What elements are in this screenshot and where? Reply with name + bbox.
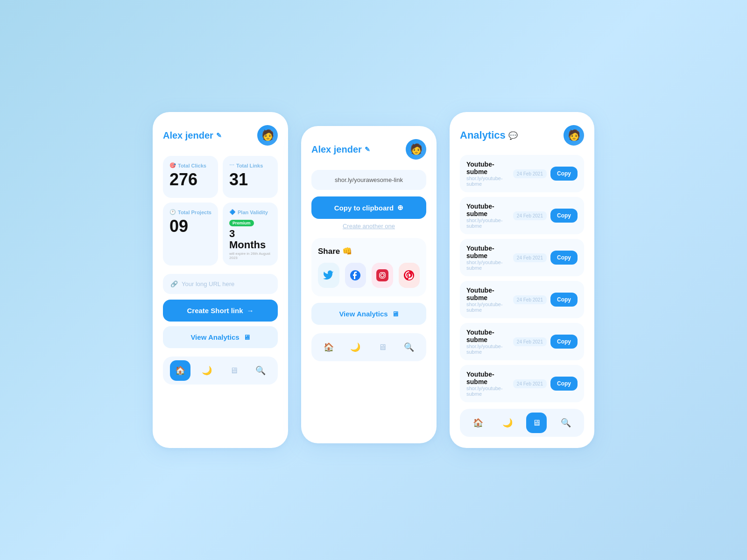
link-date-4: 24 Feb 2021 (513, 337, 547, 346)
share-facebook-button[interactable] (345, 263, 366, 288)
nav-search-card3[interactable]: 🔍 (556, 413, 576, 433)
total-links-label: ⋯ Total Links (229, 162, 271, 168)
total-projects-label: 🕐 Total Projects (169, 209, 211, 215)
analytics-title-text: Analytics (460, 129, 506, 141)
view-analytics-button-card2[interactable]: View Analytics 🖥 (311, 303, 426, 325)
share-twitter-button[interactable] (318, 263, 339, 288)
link-info-4: Youtube-subme shor.ly/youtube-subme (466, 329, 513, 355)
link-row: Youtube-subme shor.ly/youtube-subme 24 F… (460, 281, 584, 318)
analytics-btn-label-card2: View Analytics (339, 310, 388, 318)
link-date-2: 24 Feb 2021 (513, 253, 547, 262)
link-row: Youtube-subme shor.ly/youtube-subme 24 F… (460, 197, 584, 234)
nav-search-card1[interactable]: 🔍 (250, 360, 271, 381)
total-links-box: ⋯ Total Links 31 (223, 156, 278, 198)
create-another-link[interactable]: Create another one (311, 223, 426, 230)
total-clicks-box: 🎯 Total Clicks 276 (163, 156, 218, 198)
link-info-1: Youtube-subme shor.ly/youtube-subme (466, 203, 513, 229)
card1-avatar: 🧑 (257, 125, 278, 146)
copy-btn-label: Copy to clipboard (334, 204, 394, 212)
copy-to-clipboard-button[interactable]: Copy to clipboard ⊕ (311, 196, 426, 219)
nav-home-card1[interactable]: 🏠 (170, 360, 190, 381)
view-analytics-button-card1[interactable]: View Analytics 🖥 (163, 326, 278, 348)
card-share: Alex jender ✎ 🧑 shor.ly/yourawesome-link… (301, 126, 437, 443)
arrow-icon: → (247, 307, 254, 315)
link-info-5: Youtube-subme shor.ly/youtube-subme (466, 371, 513, 397)
analytics-links-list: Youtube-subme shor.ly/youtube-subme 24 F… (460, 155, 584, 402)
card1-title: Alex jender ✎ (163, 130, 222, 141)
link-name-0: Youtube-subme (466, 161, 513, 175)
share-pinterest-button[interactable] (399, 263, 420, 288)
card1-header: Alex jender ✎ 🧑 (163, 125, 278, 146)
card1-username: Alex jender (163, 130, 213, 141)
projects-icon: 🕐 (169, 209, 176, 215)
create-short-link-button[interactable]: Create Short link → (163, 300, 278, 322)
monitor-icon: 🖥 (243, 333, 250, 341)
nav-dark-card2[interactable]: 🌙 (345, 337, 366, 357)
total-clicks-label: 🎯 Total Clicks (169, 162, 211, 168)
nav-analytics-card1[interactable]: 🖥 (224, 360, 244, 381)
edit-icon[interactable]: ✎ (216, 132, 222, 139)
nav-analytics-card2[interactable]: 🖥 (372, 337, 393, 357)
share-title: Share 👊 (318, 246, 420, 256)
total-projects-box: 🕐 Total Projects 09 (163, 203, 218, 266)
link-row: Youtube-subme shor.ly/youtube-subme 24 F… (460, 239, 584, 276)
nav-dark-card1[interactable]: 🌙 (197, 360, 217, 381)
total-links-value: 31 (229, 171, 271, 188)
link-name-4: Youtube-subme (466, 329, 513, 343)
copy-button-2[interactable]: Copy (550, 251, 578, 265)
link-row: Youtube-subme shor.ly/youtube-subme 24 F… (460, 365, 584, 402)
monitor-icon-card2: 🖥 (392, 310, 399, 318)
analytics-icon: 💬 (508, 131, 518, 140)
edit-icon-card2[interactable]: ✎ (365, 146, 370, 153)
link-info-3: Youtube-subme shor.ly/youtube-subme (466, 287, 513, 313)
link-url-1: shor.ly/youtube-subme (466, 217, 513, 229)
copy-icon: ⊕ (397, 203, 403, 212)
stats-grid: 🎯 Total Clicks 276 ⋯ Total Links 31 🕐 To… (163, 156, 278, 266)
card-dashboard: Alex jender ✎ 🧑 🎯 Total Clicks 276 ⋯ Tot… (153, 112, 288, 448)
nav-home-card3[interactable]: 🏠 (468, 413, 488, 433)
plan-icon: 🔷 (229, 209, 236, 215)
copy-button-0[interactable]: Copy (550, 167, 578, 181)
analytics-title: Analytics 💬 (460, 129, 518, 141)
card2-header: Alex jender ✎ 🧑 (311, 139, 426, 160)
nav-search-card2[interactable]: 🔍 (399, 337, 419, 357)
screen-container: Alex jender ✎ 🧑 🎯 Total Clicks 276 ⋯ Tot… (153, 112, 594, 448)
card2-title: Alex jender ✎ (311, 144, 370, 155)
plan-value: 3 Months (229, 228, 271, 251)
link-name-2: Youtube-subme (466, 245, 513, 259)
url-placeholder-text: Your long URL here (182, 280, 234, 287)
svg-point-4 (384, 273, 385, 273)
nav-analytics-card3[interactable]: 🖥 (526, 413, 547, 433)
card2-username: Alex jender (311, 144, 362, 155)
card-analytics: Analytics 💬 🧑 Youtube-subme shor.ly/yout… (450, 112, 594, 448)
plan-sub: will expire in 26th August 2023 (229, 252, 271, 260)
link-date-5: 24 Feb 2021 (513, 379, 547, 388)
link-row: Youtube-subme shor.ly/youtube-subme 24 F… (460, 323, 584, 360)
total-projects-value: 09 (169, 218, 211, 235)
card3-avatar: 🧑 (564, 125, 584, 146)
link-row: Youtube-subme shor.ly/youtube-subme 24 F… (460, 155, 584, 192)
link-date-0: 24 Feb 2021 (513, 169, 547, 178)
copy-button-5[interactable]: Copy (550, 377, 578, 391)
link-info-2: Youtube-subme shor.ly/youtube-subme (466, 245, 513, 271)
copy-button-1[interactable]: Copy (550, 209, 578, 223)
link-url-2: shor.ly/youtube-subme (466, 259, 513, 271)
nav-dark-card3[interactable]: 🌙 (497, 413, 518, 433)
create-btn-label: Create Short link (187, 307, 243, 315)
nav-home-card2[interactable]: 🏠 (318, 337, 339, 357)
url-input[interactable]: 🔗 Your long URL here (163, 274, 278, 294)
link-name-3: Youtube-subme (466, 287, 513, 301)
nav-bar-card2: 🏠 🌙 🖥 🔍 (311, 333, 426, 361)
short-url-text: shor.ly/yourawesome-link (335, 176, 403, 183)
copy-button-4[interactable]: Copy (550, 335, 578, 349)
short-url-display[interactable]: shor.ly/yourawesome-link (311, 170, 426, 190)
link-url-4: shor.ly/youtube-subme (466, 343, 513, 355)
copy-button-3[interactable]: Copy (550, 293, 578, 307)
share-section: Share 👊 (311, 238, 426, 296)
link-url-5: shor.ly/youtube-subme (466, 385, 513, 397)
share-icons-row (318, 263, 420, 288)
total-clicks-value: 276 (169, 171, 211, 188)
links-icon: ⋯ (229, 162, 234, 168)
nav-bar-card3: 🏠 🌙 🖥 🔍 (460, 409, 584, 437)
share-instagram-button[interactable] (372, 263, 393, 288)
